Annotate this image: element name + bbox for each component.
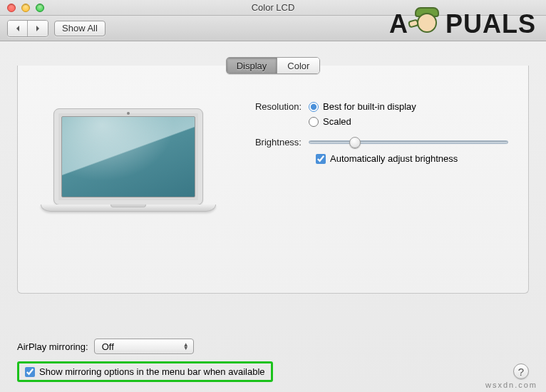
show-mirroring-label: Show mirroring options in the menu bar w… — [39, 366, 265, 377]
resolution-best-label: Best for built-in display — [323, 101, 416, 112]
resolution-scaled-radio[interactable] — [309, 117, 319, 127]
mascot-icon — [410, 7, 444, 41]
forward-button[interactable] — [28, 21, 48, 36]
watermark-site: wsxdn.com — [485, 381, 537, 389]
tab-color[interactable]: Color — [277, 58, 319, 73]
auto-brightness-option[interactable]: Automatically adjust brightness — [316, 153, 508, 164]
bottom-area: AirPlay mirroring: Off ▲▼ Show mirroring… — [17, 339, 529, 382]
resolution-best-option[interactable]: Best for built-in display — [309, 101, 416, 112]
resolution-scaled-option[interactable]: Scaled — [309, 116, 416, 127]
watermark-brand-right: PUALS — [445, 9, 536, 39]
airplay-label: AirPlay mirroring: — [17, 341, 88, 352]
brightness-slider-thumb[interactable] — [349, 137, 361, 148]
airplay-value: Off — [102, 341, 114, 352]
back-button[interactable] — [8, 21, 28, 36]
chevron-right-icon — [34, 25, 41, 32]
auto-brightness-checkbox[interactable] — [316, 154, 326, 164]
watermark-brand-left: A — [389, 9, 408, 39]
tab-display[interactable]: Display — [227, 58, 278, 73]
brightness-slider[interactable] — [309, 140, 508, 144]
chevron-left-icon — [14, 25, 21, 32]
resolution-best-radio[interactable] — [309, 102, 319, 112]
content-area: Display Color Resolution: — [0, 41, 546, 392]
auto-brightness-label: Automatically adjust brightness — [330, 153, 458, 164]
watermark-logo: A PUALS — [389, 7, 536, 41]
settings-column: Resolution: Best for built-in display Sc… — [237, 96, 508, 227]
minimize-window-button[interactable] — [21, 4, 30, 12]
zoom-window-button[interactable] — [36, 4, 44, 12]
airplay-row: AirPlay mirroring: Off ▲▼ — [17, 339, 529, 354]
window-controls — [0, 4, 44, 12]
nav-back-forward — [7, 20, 48, 37]
resolution-scaled-label: Scaled — [323, 116, 351, 127]
tab-control: Display Color — [226, 57, 321, 74]
display-preview-image — [41, 108, 216, 227]
show-all-button[interactable]: Show All — [54, 21, 105, 36]
settings-panel: Resolution: Best for built-in display Sc… — [17, 66, 529, 294]
airplay-popup[interactable]: Off ▲▼ — [94, 339, 194, 354]
close-window-button[interactable] — [7, 4, 16, 12]
show-mirroring-checkbox[interactable] — [25, 367, 35, 377]
help-icon: ? — [518, 366, 524, 378]
tab-bar: Display Color — [0, 41, 546, 74]
resolution-radio-group: Best for built-in display Scaled — [309, 101, 416, 127]
resolution-label: Resolution: — [237, 101, 309, 112]
show-mirroring-option[interactable]: Show mirroring options in the menu bar w… — [17, 361, 273, 382]
brightness-label: Brightness: — [237, 137, 309, 148]
popup-arrows-icon: ▲▼ — [183, 343, 189, 350]
help-button[interactable]: ? — [513, 363, 529, 379]
